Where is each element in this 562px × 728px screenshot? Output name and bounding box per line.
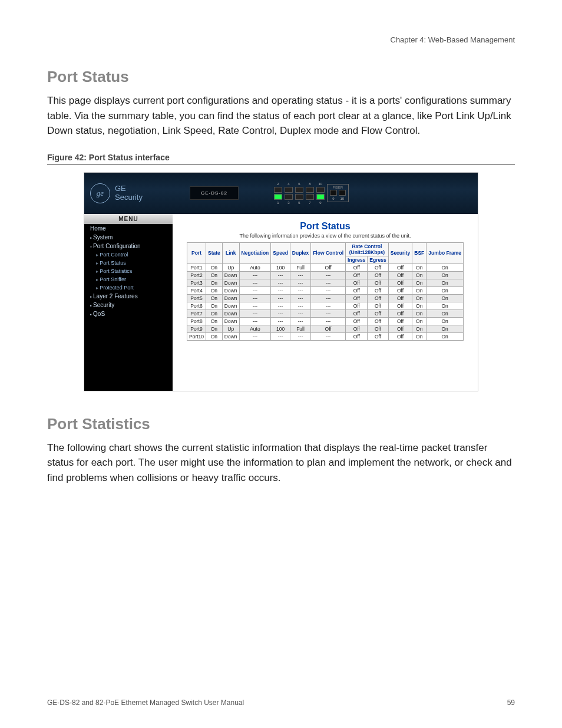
menu-label: Security	[90, 302, 114, 308]
cell-egress: Off	[368, 317, 388, 325]
menu-item-protected-port[interactable]: Protected Port	[84, 284, 173, 292]
port-number: 7	[309, 201, 310, 205]
col-ingress: Ingress	[346, 256, 368, 263]
col-security: Security	[388, 242, 412, 263]
cell-speed: ---	[271, 309, 290, 317]
rj45-port-icon	[306, 194, 314, 200]
cell-egress: Off	[368, 271, 388, 279]
cell-bsf: On	[412, 263, 427, 271]
cell-state: On	[206, 332, 223, 340]
cell-ingress: Off	[346, 325, 368, 332]
port-number: 8	[309, 182, 310, 186]
menu-item-layer-2-features[interactable]: Layer 2 Features	[84, 292, 173, 301]
cell-flow: ---	[311, 332, 346, 340]
cell-port: Port10	[187, 332, 206, 340]
cell-duplex: ---	[290, 279, 310, 286]
menu-label: Port Statistics	[96, 268, 132, 274]
cell-flow: Off	[311, 325, 346, 332]
port-number: 5	[298, 201, 300, 205]
rj45-port-icon	[274, 187, 282, 193]
cell-flow: ---	[311, 294, 346, 302]
cell-state: On	[206, 302, 223, 309]
cell-duplex: Full	[290, 325, 310, 332]
menu-item-system[interactable]: System	[84, 233, 173, 242]
cell-egress: Off	[368, 263, 388, 271]
rj45-port-icon	[285, 187, 293, 193]
menu-item-port-control[interactable]: Port Control	[84, 251, 173, 259]
cell-speed: ---	[271, 302, 290, 309]
cell-bsf: On	[412, 309, 427, 317]
menu-item-home[interactable]: Home	[84, 224, 173, 233]
footer-left: GE-DS-82 and 82-PoE Ethernet Managed Swi…	[47, 699, 244, 707]
body-text-port-status: This page displays current port configur…	[47, 93, 515, 139]
menu-label: Protected Port	[96, 285, 134, 291]
table-row: Port9OnUpAuto100FullOffOffOffOffOnOn	[187, 325, 463, 332]
cell-egress: Off	[368, 325, 388, 332]
rj45-port-icon	[306, 187, 314, 193]
cell-egress: Off	[368, 286, 388, 294]
figure-screenshot: ge GE Security GE-DS-82 21436587109FIBER…	[84, 172, 478, 391]
menu-label: Port Sniffer	[96, 276, 126, 282]
port-graphic: 21436587109FIBER910	[274, 182, 349, 205]
cell-bsf: On	[412, 294, 427, 302]
port-pair: 21	[274, 182, 282, 205]
col-flow: Flow Control	[311, 242, 346, 263]
port-status-table: Port State Link Negotiation Speed Duplex…	[187, 242, 464, 341]
cell-flow: ---	[311, 286, 346, 294]
col-speed: Speed	[271, 242, 290, 263]
menu-item-port-sniffer[interactable]: Port Sniffer	[84, 275, 173, 284]
col-negotiation: Negotiation	[239, 242, 271, 263]
cell-neg: ---	[239, 302, 271, 309]
cell-link: Down	[222, 309, 239, 317]
port-number: 3	[287, 201, 289, 205]
cell-port: Port9	[187, 325, 206, 332]
port-number: 4	[287, 182, 289, 186]
cell-port: Port8	[187, 317, 206, 325]
menu-label: System	[90, 234, 113, 241]
port-pair: 43	[285, 182, 293, 205]
col-jumbo: Jumbo Frame	[427, 242, 464, 263]
cell-neg: Auto	[239, 263, 271, 271]
cell-neg: ---	[239, 317, 271, 325]
menu-item-port-statistics[interactable]: Port Statistics	[84, 267, 173, 275]
col-state: State	[206, 242, 223, 263]
cell-duplex: ---	[290, 294, 310, 302]
cell-jumbo: On	[427, 263, 464, 271]
cell-link: Down	[222, 286, 239, 294]
cell-sec: Off	[388, 325, 412, 332]
cell-egress: Off	[368, 294, 388, 302]
cell-state: On	[206, 286, 223, 294]
cell-duplex: ---	[290, 286, 310, 294]
menu-item-security[interactable]: Security	[84, 301, 173, 309]
menu-item-port-configuration[interactable]: Port Configuration	[84, 242, 173, 251]
cell-bsf: On	[412, 279, 427, 286]
cell-egress: Off	[368, 332, 388, 340]
menu-item-qos[interactable]: QoS	[84, 309, 173, 318]
table-row: Port1OnUpAuto100FullOffOffOffOffOnOn	[187, 263, 463, 271]
table-row: Port7OnDown------------OffOffOffOnOn	[187, 309, 463, 317]
cell-speed: 100	[271, 263, 290, 271]
menu-label: Layer 2 Features	[90, 293, 138, 299]
port-number: 6	[298, 182, 300, 186]
cell-link: Down	[222, 332, 239, 340]
cell-state: On	[206, 317, 223, 325]
cell-link: Down	[222, 271, 239, 279]
cell-egress: Off	[368, 279, 388, 286]
col-link: Link	[222, 242, 239, 263]
rj45-port-icon	[295, 194, 303, 200]
cell-duplex: ---	[290, 309, 310, 317]
fiber-label: FIBER	[330, 186, 346, 189]
menu-label: Port Configuration	[90, 243, 141, 249]
cell-jumbo: On	[427, 325, 464, 332]
table-row: Port6OnDown------------OffOffOffOnOn	[187, 302, 463, 309]
menu-item-port-status[interactable]: Port Status	[84, 259, 173, 267]
cell-state: On	[206, 325, 223, 332]
cell-ingress: Off	[346, 302, 368, 309]
port-number: 10	[319, 182, 323, 186]
cell-bsf: On	[412, 325, 427, 332]
port-number: 9	[319, 201, 321, 205]
cell-jumbo: On	[427, 302, 464, 309]
cell-link: Down	[222, 294, 239, 302]
cell-port: Port4	[187, 286, 206, 294]
table-row: Port3OnDown------------OffOffOffOnOn	[187, 279, 463, 286]
